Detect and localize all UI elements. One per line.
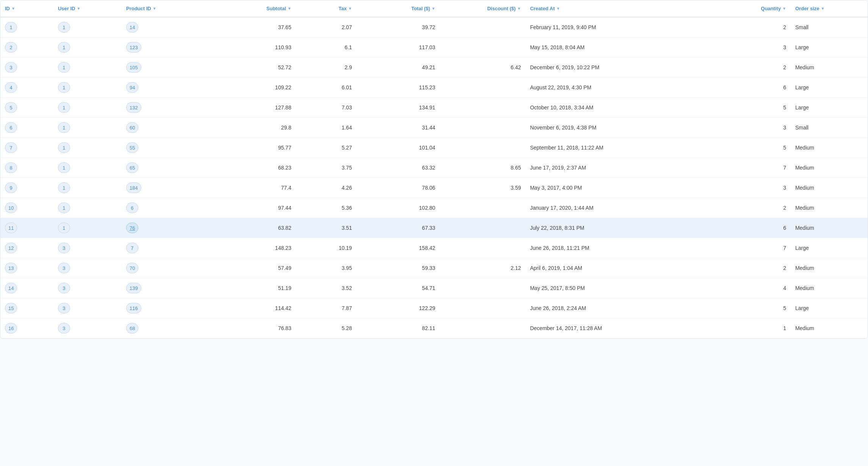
productid-badge: 7 <box>126 243 138 253</box>
cell-subtotal: 95.77 <box>213 138 296 158</box>
cell-userid: 1 <box>53 218 122 238</box>
cell-ordersize: Large <box>791 298 868 318</box>
cell-quantity: 1 <box>715 318 791 338</box>
cell-ordersize: Large <box>791 78 868 98</box>
cell-createdat: July 22, 2018, 8:31 PM <box>525 218 715 238</box>
cell-quantity: 2 <box>715 258 791 278</box>
cell-tax: 5.28 <box>296 318 357 338</box>
cell-tax: 3.52 <box>296 278 357 298</box>
cell-productid: 68 <box>122 318 213 338</box>
cell-quantity: 5 <box>715 138 791 158</box>
productid-badge: 132 <box>126 102 141 113</box>
cell-subtotal: 57.49 <box>213 258 296 278</box>
col-header-tax[interactable]: Tax ▼ <box>296 0 357 17</box>
userid-badge: 1 <box>58 82 70 93</box>
id-badge: 2 <box>5 42 17 53</box>
cell-userid: 3 <box>53 318 122 338</box>
sort-icon-subtotal: ▼ <box>288 6 291 11</box>
cell-quantity: 3 <box>715 37 791 58</box>
col-header-userid-label: User ID <box>58 6 75 11</box>
table-row[interactable]: 5 1 132 127.88 7.03 134.91 October 10, 2… <box>0 98 868 118</box>
cell-tax: 5.36 <box>296 198 357 218</box>
col-header-productid-label: Product ID <box>126 6 151 11</box>
cell-createdat: August 22, 2019, 4:30 PM <box>525 78 715 98</box>
table-row[interactable]: 4 1 94 109.22 6.01 115.23 August 22, 201… <box>0 78 868 98</box>
cell-quantity: 4 <box>715 278 791 298</box>
sort-icon-createdat: ▼ <box>556 6 560 11</box>
cell-tax: 2.07 <box>296 17 357 37</box>
userid-badge: 1 <box>58 102 70 113</box>
col-header-discount[interactable]: Discount ($) ▼ <box>440 0 525 17</box>
cell-total: 49.21 <box>357 58 440 78</box>
col-header-id-label: ID <box>5 6 10 11</box>
productid-badge: 60 <box>126 122 138 133</box>
userid-badge: 3 <box>58 243 70 253</box>
cell-discount <box>440 17 525 37</box>
col-header-total[interactable]: Total ($) ▼ <box>357 0 440 17</box>
table-row[interactable]: 9 1 184 77.4 4.26 78.06 3.59 May 3, 2017… <box>0 178 868 198</box>
cell-discount <box>440 238 525 258</box>
cell-tax: 3.95 <box>296 258 357 278</box>
cell-tax: 3.75 <box>296 158 357 178</box>
cell-createdat: December 6, 2019, 10:22 PM <box>525 58 715 78</box>
cell-tax: 3.51 <box>296 218 357 238</box>
cell-tax: 10.19 <box>296 238 357 258</box>
table-row[interactable]: 7 1 55 95.77 5.27 101.04 September 11, 2… <box>0 138 868 158</box>
cell-tax: 2.9 <box>296 58 357 78</box>
table-row[interactable]: 8 1 65 68.23 3.75 63.32 8.65 June 17, 20… <box>0 158 868 178</box>
table-row[interactable]: 15 3 116 114.42 7.87 122.29 June 26, 201… <box>0 298 868 318</box>
table-row[interactable]: 11 1 76 63.82 3.51 67.33 July 22, 2018, … <box>0 218 868 238</box>
cell-createdat: May 25, 2017, 8:50 PM <box>525 278 715 298</box>
cell-subtotal: 51.19 <box>213 278 296 298</box>
col-header-productid[interactable]: Product ID ▼ <box>122 0 213 17</box>
col-header-userid[interactable]: User ID ▼ <box>53 0 122 17</box>
cell-ordersize: Medium <box>791 158 868 178</box>
col-header-quantity-label: Quantity <box>761 6 781 11</box>
col-header-subtotal[interactable]: Subtotal ▼ <box>213 0 296 17</box>
id-badge: 11 <box>5 223 17 233</box>
userid-badge: 3 <box>58 323 70 334</box>
cell-tax: 6.01 <box>296 78 357 98</box>
cell-productid: 6 <box>122 198 213 218</box>
table-row[interactable]: 14 3 139 51.19 3.52 54.71 May 25, 2017, … <box>0 278 868 298</box>
cell-id: 12 <box>0 238 53 258</box>
cell-userid: 1 <box>53 178 122 198</box>
table-row[interactable]: 2 1 123 110.93 6.1 117.03 May 15, 2018, … <box>0 37 868 58</box>
table-row[interactable]: 1 1 14 37.65 2.07 39.72 February 11, 201… <box>0 17 868 37</box>
cell-ordersize: Medium <box>791 178 868 198</box>
cell-total: 158.42 <box>357 238 440 258</box>
cell-id: 15 <box>0 298 53 318</box>
col-header-ordersize[interactable]: Order size ▼ <box>791 0 868 17</box>
cell-productid: 7 <box>122 238 213 258</box>
cell-createdat: October 10, 2018, 3:34 AM <box>525 98 715 118</box>
productid-badge: 139 <box>126 283 141 293</box>
cell-createdat: February 11, 2019, 9:40 PM <box>525 17 715 37</box>
cell-productid: 132 <box>122 98 213 118</box>
cell-discount <box>440 138 525 158</box>
table-row[interactable]: 13 3 70 57.49 3.95 59.33 2.12 April 6, 2… <box>0 258 868 278</box>
cell-id: 8 <box>0 158 53 178</box>
cell-createdat: May 3, 2017, 4:00 PM <box>525 178 715 198</box>
cell-quantity: 3 <box>715 178 791 198</box>
table-row[interactable]: 16 3 68 76.83 5.28 82.11 December 14, 20… <box>0 318 868 338</box>
table-row[interactable]: 6 1 60 29.8 1.64 31.44 November 6, 2019,… <box>0 118 868 138</box>
cell-productid: 55 <box>122 138 213 158</box>
col-header-createdat[interactable]: Created At ▼ <box>525 0 715 17</box>
cell-productid: 184 <box>122 178 213 198</box>
table-row[interactable]: 12 3 7 148.23 10.19 158.42 June 26, 2018… <box>0 238 868 258</box>
col-header-quantity[interactable]: Quantity ▼ <box>715 0 791 17</box>
table-row[interactable]: 3 1 105 52.72 2.9 49.21 6.42 December 6,… <box>0 58 868 78</box>
col-header-id[interactable]: ID ▼ <box>0 0 53 17</box>
col-header-ordersize-label: Order size <box>795 6 820 11</box>
cell-subtotal: 52.72 <box>213 58 296 78</box>
table-row[interactable]: 10 1 6 97.44 5.36 102.80 January 17, 202… <box>0 198 868 218</box>
cell-id: 3 <box>0 58 53 78</box>
cell-subtotal: 148.23 <box>213 238 296 258</box>
cell-productid: 76 <box>122 218 213 238</box>
cell-ordersize: Medium <box>791 58 868 78</box>
col-header-total-label: Total ($) <box>411 6 430 11</box>
cell-productid: 139 <box>122 278 213 298</box>
id-badge: 9 <box>5 182 17 193</box>
userid-badge: 3 <box>58 303 70 313</box>
cell-createdat: January 17, 2020, 1:44 AM <box>525 198 715 218</box>
